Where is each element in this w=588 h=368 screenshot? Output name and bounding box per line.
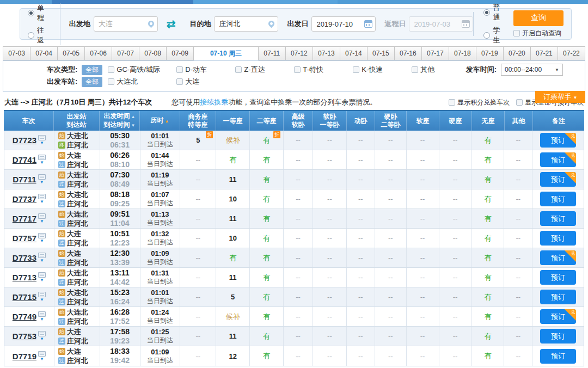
- expand-arrow-icon[interactable]: ▼: [40, 161, 44, 165]
- date-tab[interactable]: 07-17: [422, 46, 449, 60]
- seat-cell: --: [313, 307, 347, 326]
- swap-stations-button[interactable]: ⇄: [163, 18, 179, 30]
- train-number-link[interactable]: D7717: [13, 214, 36, 223]
- date-tab[interactable]: 07-03: [3, 46, 30, 60]
- expand-arrow-icon[interactable]: ▼: [40, 141, 44, 145]
- book-button[interactable]: 预订: [540, 231, 576, 246]
- station-type-badge: 始: [58, 191, 65, 198]
- date-tab[interactable]: 07-04: [30, 46, 58, 60]
- train-number-link[interactable]: D7719: [13, 352, 36, 361]
- date-tab[interactable]: 07-16: [395, 46, 422, 60]
- train-number-link[interactable]: D7711: [13, 175, 36, 184]
- train-number-link[interactable]: D7741: [13, 155, 36, 164]
- train-number-link[interactable]: D7733: [13, 253, 36, 262]
- date-tab[interactable]: 07-21: [531, 46, 558, 60]
- seat-cell: --: [284, 229, 313, 248]
- date-tab[interactable]: 07-05: [58, 46, 85, 60]
- seat-cell: 有: [471, 248, 504, 267]
- expand-arrow-icon[interactable]: ▼: [40, 200, 44, 204]
- show-points-trains-checkbox[interactable]: 显示积分兑换车次: [449, 98, 510, 107]
- seat-cell: 有: [471, 287, 504, 306]
- expand-arrow-icon[interactable]: ▼: [40, 298, 44, 302]
- train-type-option[interactable]: T-特快: [294, 65, 353, 75]
- time-cell: 13:1114:42: [100, 268, 140, 287]
- book-button[interactable]: 预订: [540, 349, 576, 364]
- table-row: D7711▼始大连北过庄河北07:3008:4901:19当日到达--11有--…: [4, 170, 584, 189]
- date-tab[interactable]: 07-15: [367, 46, 395, 60]
- expand-arrow-icon[interactable]: ▼: [40, 337, 44, 341]
- expand-arrow-icon[interactable]: ▼: [40, 239, 44, 243]
- date-tab[interactable]: 07-19: [476, 46, 504, 60]
- expand-arrow-icon[interactable]: ▼: [40, 180, 44, 185]
- book-button[interactable]: 预订: [540, 211, 576, 226]
- expand-arrow-icon[interactable]: ▼: [40, 259, 44, 263]
- trip-round-radio[interactable]: 往返: [28, 26, 50, 45]
- passenger-student-radio[interactable]: 学生: [483, 26, 503, 45]
- header-cell[interactable]: 历时▲: [140, 111, 180, 131]
- book-button[interactable]: 预订兑: [540, 250, 576, 265]
- book-button[interactable]: 预订: [540, 270, 576, 285]
- train-type-option[interactable]: Z-直达: [235, 65, 294, 75]
- booking-helper-button[interactable]: 订票帮手▼: [535, 91, 585, 103]
- seat-cell: --: [375, 346, 407, 366]
- seat-cell: 候补: [216, 131, 250, 150]
- date-tab[interactable]: 07-06: [85, 46, 112, 60]
- transfer-link[interactable]: 接续换乘: [200, 98, 228, 106]
- train-number-link[interactable]: D7753: [13, 332, 36, 341]
- train-type-option[interactable]: 其他: [412, 65, 470, 75]
- date-tab[interactable]: 07-14: [340, 46, 367, 60]
- expand-arrow-icon[interactable]: ▼: [40, 278, 44, 283]
- date-tab[interactable]: 07-08: [139, 46, 167, 60]
- seat-cell: 有: [250, 327, 284, 346]
- seat-cell: --: [347, 307, 375, 326]
- depart-station-all-badge[interactable]: 全部: [82, 77, 102, 87]
- train-type-all-badge[interactable]: 全部: [82, 65, 102, 75]
- date-tab[interactable]: 07-10 周三: [194, 46, 259, 60]
- date-tab[interactable]: 07-07: [112, 46, 139, 60]
- book-button[interactable]: 预订兑: [540, 172, 576, 187]
- book-button[interactable]: 预订: [540, 192, 576, 206]
- train-type-option[interactable]: K-快速: [353, 65, 412, 75]
- header-cell[interactable]: 出发时间▲到达时间▼: [100, 111, 140, 131]
- book-button[interactable]: 预订兑: [540, 133, 576, 148]
- query-button[interactable]: 查询: [513, 10, 564, 26]
- expand-arrow-icon[interactable]: ▼: [40, 219, 44, 224]
- seat-cell: 有: [250, 248, 284, 267]
- depart-station-option[interactable]: 大连: [176, 77, 235, 87]
- remark-cell: 预订兑: [532, 248, 584, 267]
- calendar-icon[interactable]: [364, 20, 372, 28]
- seat-cell: --: [180, 268, 216, 287]
- seat-cell: 12: [216, 346, 250, 366]
- book-button[interactable]: 预订兑: [540, 309, 576, 324]
- depart-station-label: 出发车站:: [47, 77, 77, 87]
- date-tab[interactable]: 07-09: [167, 46, 194, 60]
- depart-station-option[interactable]: 大连北: [108, 77, 176, 87]
- book-button[interactable]: 预订兑: [540, 152, 576, 167]
- expand-arrow-icon[interactable]: ▼: [40, 357, 44, 361]
- date-tab[interactable]: 07-12: [286, 46, 313, 60]
- passenger-normal-radio[interactable]: 普通: [483, 3, 503, 22]
- date-tab[interactable]: 07-22: [558, 46, 585, 60]
- train-type-option[interactable]: D-动车: [176, 65, 235, 75]
- train-number-link[interactable]: D7713: [13, 273, 36, 282]
- date-tab[interactable]: 07-18: [449, 46, 476, 60]
- checkbox-icon: [176, 78, 183, 85]
- date-tab[interactable]: 07-13: [313, 46, 340, 60]
- book-button[interactable]: 预订: [540, 290, 576, 304]
- expand-arrow-icon[interactable]: ▼: [40, 317, 44, 322]
- train-number-link[interactable]: D7715: [13, 292, 36, 302]
- auto-query-checkbox[interactable]: 开启自动查询: [513, 29, 561, 38]
- date-tab[interactable]: 07-11: [259, 46, 286, 60]
- depart-time-select[interactable]: 00:00--24:00 ▼: [501, 64, 563, 76]
- seat-cell: --: [284, 131, 313, 150]
- train-type-option[interactable]: GC-高铁/城际: [108, 65, 176, 75]
- train-number-link[interactable]: D7723: [13, 136, 36, 145]
- train-number-link[interactable]: D7757: [13, 234, 36, 243]
- book-button[interactable]: 预订: [540, 329, 576, 344]
- seat-cell: --: [407, 170, 439, 189]
- train-number-link[interactable]: D7749: [13, 312, 36, 321]
- trip-one-way-radio[interactable]: 单程: [28, 3, 50, 23]
- date-tab[interactable]: 07-20: [504, 46, 531, 60]
- seat-cell: 11: [216, 268, 250, 287]
- train-number-link[interactable]: D7737: [13, 194, 36, 204]
